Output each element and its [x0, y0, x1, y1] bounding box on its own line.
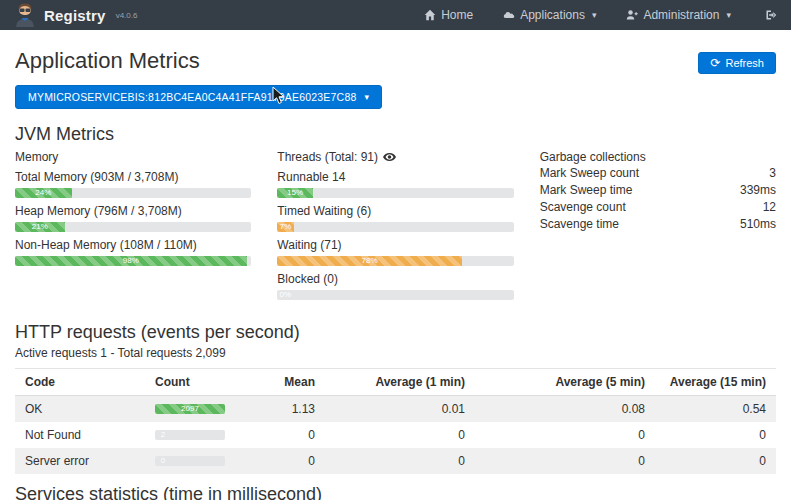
progress-percent-label: 21% [32, 222, 48, 231]
progress-bar: 15% [277, 188, 312, 198]
column-header: Average (1 min) [325, 369, 475, 396]
http-avg15-cell: 0 [655, 422, 776, 448]
gc-stat-label: Scavenge time [540, 217, 619, 231]
user-plus-icon [626, 9, 638, 21]
nav-item-label: Administration [643, 8, 719, 22]
instance-selector-label: MYMICROSERVICEBIS:812BC4EA0C4A41FFA9179A… [28, 91, 356, 103]
progress-bar: 78% [277, 256, 461, 266]
gc-stat-value: 510ms [740, 217, 776, 231]
column-header: Code [15, 369, 145, 396]
navbar: Registry v4.0.6 Home Applications ▾ Admi… [0, 0, 791, 30]
threads-title: Threads (Total: 91) [277, 150, 378, 164]
refresh-button[interactable]: ⟳ Refresh [698, 52, 776, 74]
progress-bar: 21% [15, 222, 65, 232]
http-avg5-cell: 0.08 [475, 396, 655, 423]
http-count-cell: 0 [145, 448, 265, 474]
gc-stat-row: Scavenge count 12 [540, 198, 776, 215]
instance-selector-dropdown[interactable]: MYMICROSERVICEBIS:812BC4EA0C4A41FFA9179A… [15, 85, 382, 109]
http-avg1-cell: 0 [325, 422, 475, 448]
gc-stat-row: Scavenge time 510ms [540, 215, 776, 232]
count-progress-bar: 2 [155, 430, 171, 440]
progress-track: 98% [15, 256, 251, 266]
jvm-metric: Heap Memory (796M / 3,708M) 21% [15, 204, 251, 232]
count-value-label: 2097 [181, 404, 199, 413]
http-requests-summary: Active requests 1 - Total requests 2,099 [15, 346, 776, 360]
sign-out-button[interactable] [765, 9, 777, 21]
http-mean-cell: 1.13 [265, 396, 325, 423]
http-mean-cell: 0 [265, 448, 325, 474]
chevron-down-icon: ▾ [364, 92, 369, 102]
jvm-metric: Timed Waiting (6) 7% [277, 204, 513, 232]
progress-bar: 0% [277, 290, 293, 300]
metric-label: Runnable 14 [277, 170, 513, 184]
gc-stat-row: Mark Sweep count 3 [540, 164, 776, 181]
http-avg1-cell: 0.01 [325, 396, 475, 423]
http-avg5-cell: 0 [475, 422, 655, 448]
registry-logo-icon [14, 3, 36, 27]
progress-percent-label: 7% [280, 222, 292, 231]
progress-track: 15% [277, 188, 513, 198]
http-code-cell: OK [15, 396, 145, 423]
http-avg1-cell: 0 [325, 448, 475, 474]
http-code-cell: Server error [15, 448, 145, 474]
count-progress-track: 0 [155, 456, 225, 466]
progress-track: 24% [15, 188, 251, 198]
brand[interactable]: Registry v4.0.6 [14, 3, 137, 27]
jvm-metric: Waiting (71) 78% [277, 238, 513, 266]
gc-stat-label: Mark Sweep count [540, 166, 639, 180]
http-requests-heading: HTTP requests (events per second) [15, 322, 776, 343]
jvm-metric: Total Memory (903M / 3,708M) 24% [15, 170, 251, 198]
services-statistics-heading: Services statistics (time in millisecond… [15, 484, 776, 500]
jvm-metrics-heading: JVM Metrics [15, 124, 776, 145]
http-mean-cell: 0 [265, 422, 325, 448]
jvm-metric: Blocked (0) 0% [277, 272, 513, 300]
http-request-row: Server error 0 0 0 0 0 [15, 448, 776, 474]
progress-percent-label: 0% [280, 290, 292, 299]
progress-bar: 98% [15, 256, 247, 266]
progress-track: 21% [15, 222, 251, 232]
nav-item-applications[interactable]: Applications ▾ [503, 8, 596, 22]
gc-stat-row: Mark Sweep time 339ms [540, 181, 776, 198]
eye-icon[interactable] [383, 152, 396, 162]
progress-percent-label: 78% [361, 256, 377, 265]
progress-track: 0% [277, 290, 513, 300]
nav-item-administration[interactable]: Administration ▾ [626, 8, 731, 22]
progress-percent-label: 98% [123, 256, 139, 265]
column-header: Count [145, 369, 265, 396]
gc-stat-value: 339ms [740, 183, 776, 197]
page-title: Application Metrics [15, 48, 200, 74]
http-count-cell: 2097 [145, 396, 265, 423]
chevron-down-icon: ▾ [726, 10, 731, 20]
metric-label: Timed Waiting (6) [277, 204, 513, 218]
app-title: Registry [44, 7, 106, 24]
jvm-metrics-grid: Memory Total Memory (903M / 3,708M) 24% … [15, 150, 776, 300]
metric-label: Waiting (71) [277, 238, 513, 252]
chevron-down-icon: ▾ [592, 10, 597, 20]
nav-item-home[interactable]: Home [424, 8, 473, 22]
home-icon [424, 9, 436, 21]
nav-item-label: Applications [520, 8, 585, 22]
progress-bar: 24% [15, 188, 72, 198]
gc-stat-value: 3 [769, 166, 776, 180]
memory-title: Memory [15, 150, 251, 164]
http-request-row: Not Found 2 0 0 0 0 [15, 422, 776, 448]
http-avg15-cell: 0 [655, 448, 776, 474]
column-header: Average (5 min) [475, 369, 655, 396]
http-request-row: OK 2097 1.13 0.01 0.08 0.54 [15, 396, 776, 423]
count-value-label: 2 [161, 430, 165, 439]
gc-stat-label: Mark Sweep time [540, 183, 633, 197]
jvm-metric: Non-Heap Memory (108M / 110M) 98% [15, 238, 251, 266]
gc-stat-label: Scavenge count [540, 200, 626, 214]
nav-item-label: Home [441, 8, 473, 22]
count-progress-bar: 2097 [155, 404, 225, 414]
http-avg15-cell: 0.54 [655, 396, 776, 423]
http-code-cell: Not Found [15, 422, 145, 448]
progress-bar: 7% [277, 222, 294, 232]
http-table-header-row: CodeCountMeanAverage (1 min)Average (5 m… [15, 369, 776, 396]
http-requests-table: CodeCountMeanAverage (1 min)Average (5 m… [15, 368, 776, 474]
gc-column: Garbage collections Mark Sweep count 3 M… [540, 150, 776, 300]
metric-label: Total Memory (903M / 3,708M) [15, 170, 251, 184]
http-avg5-cell: 0 [475, 448, 655, 474]
column-header: Average (15 min) [655, 369, 776, 396]
sign-out-icon [765, 9, 777, 21]
